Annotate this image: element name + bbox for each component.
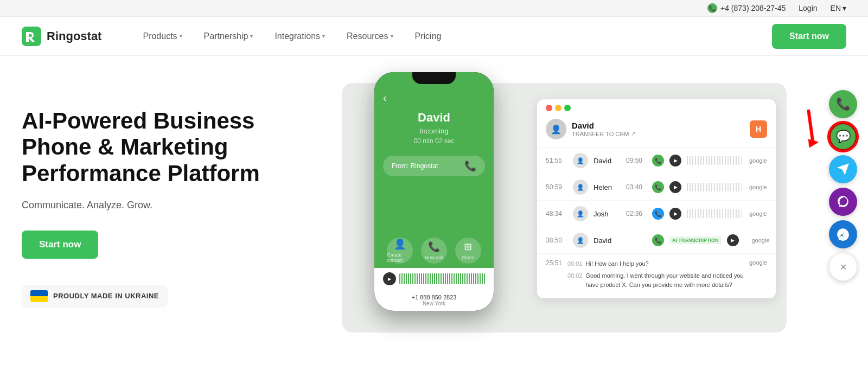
logo-text: Ringostat: [47, 29, 101, 43]
call-name: Josh: [593, 210, 621, 218]
table-row: 51:55 👤 David 09:50 📞 ▶ google: [537, 148, 776, 174]
hero-title: AI-Powered Business Phone & Marketing Pe…: [22, 108, 260, 187]
integrations-chevron-icon: ▾: [322, 33, 325, 39]
ai-msg-text: Good morning. I went through your websit…: [586, 271, 744, 290]
call-name: David: [593, 157, 621, 165]
phone-action-create-contact: 👤 Create contact: [387, 238, 413, 264]
phone-action-close: ⊞ Close: [455, 238, 481, 264]
nav-item-pricing[interactable]: Pricing: [406, 27, 450, 46]
caller-info: David TRANSFER TO CRM ↗: [572, 121, 636, 137]
ai-msg-text: Hi! How can I help you?: [586, 259, 649, 269]
phone-mockup: ‹ David Incoming 00 min 02 sec From: Rin…: [374, 72, 494, 311]
phone-notch: [412, 72, 456, 84]
table-row: 50:59 👤 Helen 03:40 📞 ▶ google: [537, 174, 776, 201]
tl-red: [546, 105, 552, 111]
call-source: google: [749, 184, 767, 190]
topbar-phone: 📞 +4 (873) 208-27-45: [707, 3, 786, 13]
logo[interactable]: Ringostat: [22, 27, 101, 46]
nav-item-resources[interactable]: Resources ▾: [338, 27, 401, 46]
tl-green: [564, 105, 571, 111]
caller-name: David: [572, 121, 636, 130]
call-source: google: [749, 259, 767, 266]
ai-msg-time: 00:02: [567, 271, 583, 290]
navbar: Ringostat Products ▾ Partnership ▾ Integ…: [0, 17, 868, 56]
ai-message: 00:02 Good morning. I went through your …: [567, 271, 744, 290]
call-play-icon[interactable]: ▶: [727, 234, 739, 246]
phone-actions: 👤 Create contact 📞 New call ⊞ Close: [383, 227, 485, 264]
call-avatar: 👤: [573, 153, 588, 168]
lang-chevron-icon: ▾: [843, 4, 846, 12]
caller-avatar: 👤: [546, 119, 566, 139]
ukraine-flag-icon: [30, 290, 48, 302]
widget-telegram-button[interactable]: [829, 155, 857, 183]
widget-viber-button[interactable]: [829, 188, 857, 216]
call-avatar: 👤: [573, 206, 588, 221]
partnership-chevron-icon: ▾: [250, 33, 253, 39]
call-duration: 02:36: [626, 210, 647, 218]
nav-item-integrations[interactable]: Integrations ▾: [266, 27, 334, 46]
call-source: google: [752, 237, 770, 244]
phone-number: +1 888 850 2823 New York: [374, 290, 494, 311]
logo-icon: [22, 27, 41, 46]
call-waveform: [687, 183, 742, 191]
table-row: 25:51 00:01 Hi! How can I help you? 00:0…: [537, 254, 776, 298]
topbar-lang[interactable]: EN ▾: [831, 4, 846, 12]
nav-items: Products ▾ Partnership ▾ Integrations ▾ …: [134, 27, 772, 46]
caller-action: TRANSFER TO CRM ↗: [572, 130, 636, 137]
phone-caller-name: David: [383, 111, 485, 125]
call-play-icon[interactable]: ▶: [669, 181, 681, 193]
call-time: 48:34: [546, 210, 567, 218]
external-link-icon: ↗: [631, 130, 636, 137]
nav-item-partnership[interactable]: Partnership ▾: [195, 27, 262, 46]
phone-screen: ‹ David Incoming 00 min 02 sec From: Rin…: [374, 72, 494, 311]
products-chevron-icon: ▾: [180, 33, 182, 39]
phone-icon: 📞: [707, 3, 717, 13]
tl-yellow: [555, 105, 561, 111]
call-name: David: [593, 236, 621, 245]
topbar-phone-number: +4 (873) 208-27-45: [720, 4, 786, 12]
call-play-icon[interactable]: ▶: [669, 155, 681, 167]
call-phone-icon: 📞: [652, 208, 664, 220]
start-now-nav-button[interactable]: Start now: [772, 24, 846, 49]
resources-chevron-icon: ▾: [391, 33, 393, 39]
phone-back-icon: ‹: [383, 92, 485, 104]
call-time: 38:50: [546, 236, 567, 244]
traffic-lights: [537, 99, 776, 111]
call-duration: 09:50: [626, 157, 647, 164]
call-time: 51:55: [546, 157, 567, 164]
phone-caller-time: 00 min 02 sec: [383, 137, 485, 145]
call-waveform: [687, 156, 742, 165]
call-phone-icon: 📞: [652, 155, 664, 167]
widget-chat-button[interactable]: 💬: [829, 123, 857, 151]
widget-phone-button[interactable]: 📞: [829, 90, 857, 118]
hero-image-area: ‹ David Incoming 00 min 02 sec From: Rin…: [342, 83, 787, 332]
hero-section: AI-Powered Business Phone & Marketing Pe…: [0, 56, 868, 360]
call-phone-icon: 📞: [652, 234, 664, 246]
call-time: 50:59: [546, 183, 567, 191]
call-waveform: [687, 209, 742, 218]
call-source: google: [749, 210, 767, 217]
call-name: Helen: [593, 183, 621, 191]
table-row: 38:50 👤 David 📞 AI TRANSCRIPTION ▶ googl…: [537, 227, 776, 254]
call-source: google: [749, 157, 767, 164]
topbar-login[interactable]: Login: [799, 4, 817, 12]
phone-waveform: ▶: [374, 268, 494, 290]
call-avatar: 👤: [573, 180, 588, 195]
call-play-icon[interactable]: ▶: [669, 208, 681, 220]
ai-messages: 00:01 Hi! How can I help you? 00:02 Good…: [567, 259, 744, 292]
hero-subtitle: Communicate. Analyze. Grow.: [22, 200, 260, 211]
ai-time: 25:51: [546, 259, 562, 267]
made-in-ukraine-badge: PROUDLY MADE IN UKRAINE: [22, 285, 168, 308]
call-log-header: 👤 David TRANSFER TO CRM ↗ H: [537, 111, 776, 148]
ai-badge: AI TRANSCRIPTION: [669, 236, 722, 244]
topbar: 📞 +4 (873) 208-27-45 Login EN ▾: [0, 0, 868, 17]
floating-widgets: 📞 💬 ✕: [829, 90, 857, 281]
nav-item-products[interactable]: Products ▾: [134, 27, 190, 46]
widget-close-button[interactable]: ✕: [829, 253, 857, 281]
waveform-play-icon: ▶: [383, 272, 396, 285]
svg-rect-0: [22, 27, 41, 46]
phone-location: New York: [383, 300, 485, 306]
widget-messenger-button[interactable]: [829, 220, 857, 248]
phone-caller-info: David Incoming 00 min 02 sec: [383, 111, 485, 145]
start-now-hero-button[interactable]: Start now: [22, 231, 98, 259]
